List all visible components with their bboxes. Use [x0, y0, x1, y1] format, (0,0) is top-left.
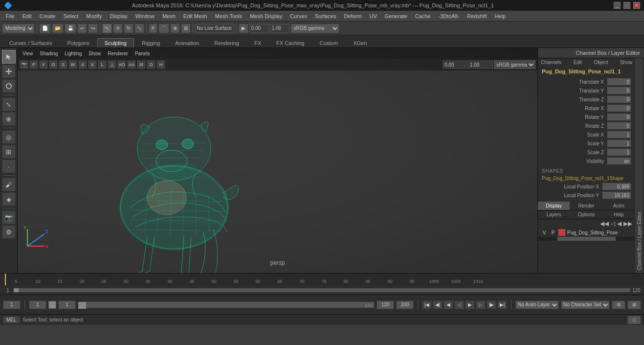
menu-display[interactable]: Display	[106, 12, 132, 20]
snap-point-button[interactable]: ⊕	[170, 23, 180, 33]
play-forward-button[interactable]: ▶	[465, 300, 475, 309]
vp-ao-btn[interactable]: AO	[117, 60, 126, 69]
universal-tool-lt[interactable]: ⊕	[2, 112, 16, 126]
workspace-selector[interactable]: Modeling	[2, 23, 35, 33]
right-panel-scrollbar[interactable]	[538, 237, 635, 241]
vertex-lt[interactable]: ·	[2, 160, 16, 173]
timeline-range[interactable]	[14, 288, 630, 292]
current-frame-input[interactable]	[3, 300, 21, 309]
move-tool-button[interactable]: ✛	[113, 23, 123, 33]
menu-redshift[interactable]: Redshift	[463, 12, 490, 20]
menu-deform[interactable]: Deform	[340, 12, 365, 20]
timeline-ruler[interactable]: 5 10 15 20 25 30 35 40 45 50 55 60 65 70…	[0, 274, 644, 285]
menu-generate[interactable]: Generate	[381, 12, 411, 20]
timeline-playhead[interactable]	[5, 274, 6, 285]
viewport-menu-view[interactable]: View	[21, 50, 35, 57]
vp-light-btn[interactable]: L	[98, 60, 107, 69]
translate-z-input[interactable]	[607, 95, 631, 103]
vp-shadow-btn[interactable]: △	[108, 60, 116, 69]
frame-num2-input[interactable]	[58, 300, 76, 309]
menu-window[interactable]: Window	[132, 12, 158, 20]
tab-curves-surfaces[interactable]: Curves / Surfaces	[2, 38, 59, 47]
show-button[interactable]: Show	[620, 60, 632, 65]
translate-x-input[interactable]	[607, 78, 631, 86]
edit-button[interactable]: Edit	[574, 60, 582, 65]
translate-y-input[interactable]	[607, 87, 631, 94]
new-file-button[interactable]: 📄	[39, 23, 51, 33]
layer-icon-3[interactable]: ◀	[617, 220, 622, 227]
tab-polygons[interactable]: Polygons	[60, 38, 96, 47]
options-tab[interactable]: Options	[570, 210, 602, 219]
live-surface-field[interactable]	[195, 24, 234, 33]
scripting-mode-indicator[interactable]: MEL	[3, 316, 20, 323]
local-position-x-input[interactable]	[602, 183, 631, 190]
vp-textured-btn[interactable]: 6	[88, 60, 97, 69]
local-position-y-input[interactable]	[602, 191, 631, 199]
val2-field[interactable]	[270, 24, 289, 33]
menu-mesh[interactable]: Mesh	[158, 12, 179, 20]
go-to-start-button[interactable]: |◀	[422, 300, 432, 309]
snap-curve-button[interactable]: ⌒	[158, 23, 169, 33]
vp-dof-btn[interactable]: D	[147, 60, 155, 69]
soft-select-lt[interactable]: ◎	[2, 130, 16, 144]
rotate-tool-button[interactable]: ↻	[124, 23, 133, 33]
help-tab[interactable]: Help	[603, 210, 635, 219]
select-tool-button[interactable]: ↖	[102, 23, 112, 33]
tab-fx-caching[interactable]: FX Caching	[269, 38, 311, 47]
menu-mesh-tools[interactable]: Mesh Tools	[211, 12, 246, 20]
max-frame-input[interactable]	[396, 300, 414, 309]
sculpt-tool-lt[interactable]: 🖌	[2, 178, 16, 191]
step-back-button[interactable]: ◀	[444, 300, 453, 309]
anim-tab[interactable]: Anim	[603, 202, 635, 210]
viewport-menu-panels[interactable]: Panels	[133, 50, 152, 57]
snap-view-button[interactable]: ⊞	[181, 23, 191, 33]
scale-tool-button[interactable]: ⤡	[134, 23, 144, 33]
menu-modify[interactable]: Modify	[82, 12, 106, 20]
layer-icon-4[interactable]: ▶▶	[623, 220, 632, 227]
menu-edit[interactable]: Edit	[19, 12, 36, 20]
vp-aa-btn[interactable]: AA	[127, 60, 136, 69]
go-to-end-button[interactable]: ▶|	[497, 300, 507, 309]
vp-camera-btn[interactable]: 📷	[20, 60, 28, 69]
menu-curves[interactable]: Curves	[286, 12, 311, 20]
layers-tab[interactable]: Layers	[538, 210, 570, 219]
vp-persp-btn[interactable]: P	[29, 60, 38, 69]
tab-sculpting[interactable]: Sculpting	[97, 38, 134, 47]
tab-xgen[interactable]: XGen	[346, 38, 374, 47]
scale-tool-lt[interactable]: ⤡	[2, 97, 16, 111]
tab-rigging[interactable]: Rigging	[134, 38, 167, 47]
vp-val1[interactable]	[443, 61, 467, 69]
status-extra-button[interactable]: □	[627, 316, 641, 324]
next-key-button[interactable]: |▶	[487, 300, 496, 309]
scale-x-input[interactable]	[607, 131, 631, 138]
tab-rendering[interactable]: Rendering	[207, 38, 246, 47]
scale-y-input[interactable]	[607, 139, 631, 147]
move-tool-lt[interactable]	[2, 65, 16, 78]
vp-gamma-select[interactable]: sRGB gamma	[494, 60, 535, 69]
viewport[interactable]: View Shading Lighting Show Renderer Pane…	[18, 48, 537, 273]
visibility-input[interactable]	[607, 157, 631, 165]
settings-lt[interactable]: ⚙	[2, 225, 16, 239]
animation-slider[interactable]: 120	[78, 301, 375, 308]
rotate-y-input[interactable]	[607, 113, 631, 121]
menu-edit-mesh[interactable]: Edit Mesh	[179, 12, 211, 20]
vp-shaded-btn[interactable]: 4	[78, 60, 87, 69]
save-file-button[interactable]: 💾	[65, 23, 76, 33]
menu-select[interactable]: Select	[60, 12, 83, 20]
viewport-menu-renderer[interactable]: Renderer	[106, 50, 130, 57]
open-file-button[interactable]: 📂	[52, 23, 64, 33]
prev-key-button[interactable]: ◀|	[433, 300, 443, 309]
vp-obj-btn[interactable]: O	[49, 60, 58, 69]
anim-extra-button[interactable]: ⊞	[627, 300, 641, 309]
frame-num1-input[interactable]	[29, 300, 46, 309]
vp-motion-btn[interactable]: M	[137, 60, 146, 69]
close-button[interactable]: ✕	[633, 2, 640, 9]
layer-icon-2[interactable]: ◁	[611, 220, 615, 227]
rotate-z-input[interactable]	[607, 122, 631, 130]
gamma-selector[interactable]: sRGB gamma	[290, 23, 339, 33]
menu-3dtool[interactable]: -3DtoAll-	[435, 12, 464, 20]
component-lt[interactable]: ⊞	[2, 145, 16, 159]
channels-button[interactable]: Channels	[541, 60, 561, 65]
paint-lt[interactable]: ◈	[2, 192, 16, 206]
vp-hud-btn[interactable]: H	[156, 60, 165, 69]
